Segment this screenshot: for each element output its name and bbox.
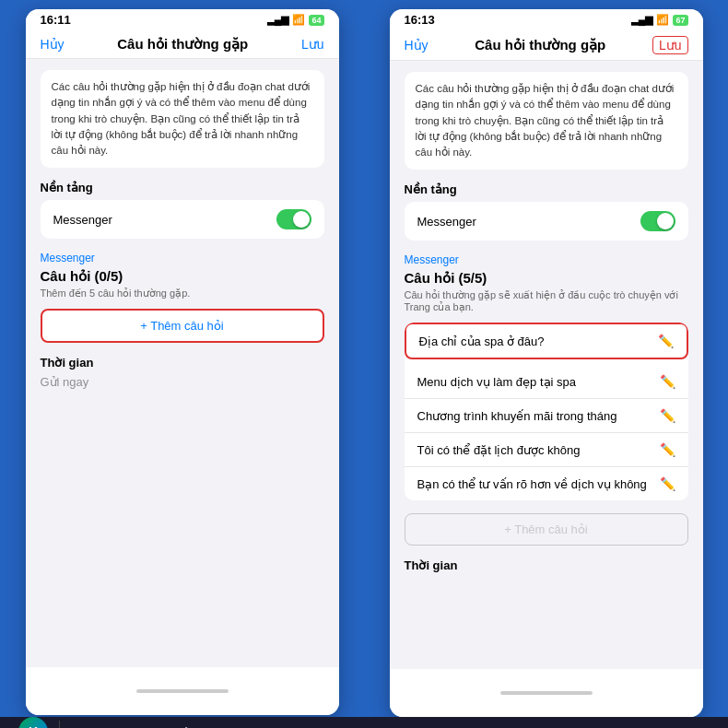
- left-question-sub: Thêm đến 5 câu hỏi thường gặp.: [41, 288, 324, 299]
- left-messenger-label: Messenger: [53, 213, 112, 227]
- left-status-bar: 16:11 ▂▄▆ 📶 64: [26, 9, 339, 30]
- right-edit-icon-1[interactable]: ✏️: [658, 334, 674, 348]
- right-question-text-4: Tôi có thể đặt lịch được không: [417, 443, 652, 457]
- right-cancel-button[interactable]: Hủy: [405, 38, 429, 53]
- left-save-button[interactable]: Lưu: [301, 37, 324, 52]
- right-description-text: Các câu hỏi thường gặp hiện thị ở đầu đo…: [416, 81, 677, 160]
- right-status-time: 16:13: [405, 13, 435, 27]
- right-home-indicator: [500, 691, 593, 695]
- left-time-section-label: Thời gian: [41, 356, 324, 370]
- left-platform-section-label: Nền tảng: [41, 181, 324, 194]
- right-status-bar: 16:13 ▂▄▆ 📶 67: [390, 9, 703, 30]
- right-description-box: Các câu hỏi thường gặp hiện thị ở đầu đo…: [405, 72, 688, 170]
- right-platform-messenger-label: Messenger: [405, 253, 688, 266]
- right-edit-icon-5[interactable]: ✏️: [660, 476, 675, 491]
- left-description-text: Các câu hỏi thường gặp hiện thị ở đầu đo…: [52, 79, 313, 159]
- left-status-time: 16:11: [41, 13, 71, 27]
- left-battery: 64: [309, 15, 323, 26]
- left-screen-body: Các câu hỏi thường gặp hiện thị ở đầu đo…: [26, 59, 339, 667]
- kiotviet-logo: K: [18, 717, 48, 728]
- right-question-text-5: Bạn có thể tư vấn rõ hơn về dịch vụ khôn…: [417, 477, 652, 491]
- right-edit-icon-3[interactable]: ✏️: [660, 408, 675, 423]
- left-cancel-button[interactable]: Hủy: [41, 37, 65, 52]
- right-question-item-4[interactable]: Tôi có thể đặt lịch được không ✏️: [405, 433, 688, 467]
- left-question-header: Câu hỏi (0/5): [41, 268, 324, 285]
- left-messenger-row: Messenger: [41, 200, 324, 239]
- left-toggle-knob: [293, 211, 310, 228]
- left-messenger-toggle[interactable]: [276, 209, 311, 229]
- footer-divider: [59, 721, 60, 728]
- right-question-text-2: Menu dịch vụ làm đẹp tại spa: [417, 375, 652, 389]
- kiotviet-footer: K KiotViet | Kinh nghiệm kinh doanh: [0, 717, 728, 728]
- right-question-header: Câu hỏi (5/5): [405, 270, 688, 287]
- right-nav-title: Câu hỏi thường gặp: [475, 37, 605, 53]
- right-messenger-label: Messenger: [417, 215, 476, 229]
- right-home-bar: [390, 669, 703, 717]
- left-platform-card: Messenger: [41, 200, 324, 239]
- left-status-icons: ▂▄▆ 📶 64: [267, 14, 324, 26]
- right-question-item-1[interactable]: Địa chỉ của spa ở đâu? ✏️: [405, 323, 688, 359]
- right-platform-section-label: Nền tảng: [405, 182, 688, 196]
- right-platform-card: Messenger: [405, 202, 688, 241]
- right-save-button[interactable]: Lưu: [652, 36, 688, 54]
- left-home-indicator: [136, 689, 229, 693]
- wifi-icon: 📶: [656, 14, 669, 26]
- left-platform-messenger-label: Messenger: [41, 252, 324, 264]
- left-home-bar: [26, 667, 339, 715]
- right-question-text-1: Địa chỉ của spa ở đâu?: [419, 335, 651, 348]
- right-toggle-knob: [657, 213, 674, 229]
- right-phone-screen: 16:13 ▂▄▆ 📶 67 Hủy Câu hỏi thường gặp Lư…: [390, 9, 703, 717]
- right-nav-bar: Hủy Câu hỏi thường gặp Lưu: [390, 30, 703, 61]
- left-nav-title: Câu hỏi thường gặp: [117, 36, 248, 53]
- left-add-question-button[interactable]: + Thêm câu hỏi: [41, 309, 324, 343]
- signal-icon: ▂▄▆: [631, 14, 653, 26]
- right-question-list: Địa chỉ của spa ở đâu? ✏️ Menu dịch vụ l…: [405, 323, 688, 500]
- signal-icon: ▂▄▆: [267, 14, 289, 26]
- right-question-item-5[interactable]: Bạn có thể tư vấn rõ hơn về dịch vụ khôn…: [405, 467, 688, 500]
- right-battery: 67: [673, 15, 687, 26]
- right-messenger-row: Messenger: [405, 202, 688, 241]
- right-edit-icon-2[interactable]: ✏️: [660, 374, 675, 389]
- right-edit-icon-4[interactable]: ✏️: [660, 442, 675, 457]
- left-time-value: Gửi ngay: [41, 375, 324, 389]
- left-nav-bar: Hủy Câu hỏi thường gặp Lưu: [26, 30, 339, 59]
- right-question-text-3: Chương trình khuyến mãi trong tháng: [417, 409, 652, 423]
- kiotviet-brand: KiotViet | Kinh nghiệm kinh doanh: [71, 725, 262, 729]
- right-screen-body: Các câu hỏi thường gặp hiện thị ở đầu đo…: [390, 61, 703, 669]
- left-description-box: Các câu hỏi thường gặp hiện thị ở đầu đo…: [41, 70, 324, 168]
- right-messenger-toggle[interactable]: [640, 211, 675, 231]
- right-question-item-3[interactable]: Chương trình khuyến mãi trong tháng ✏️: [405, 399, 688, 433]
- right-time-section-label: Thời gian: [405, 558, 688, 572]
- left-phone-screen: 16:11 ▂▄▆ 📶 64 Hủy Câu hỏi thường gặp Lư…: [26, 9, 339, 715]
- right-question-sub: Câu hỏi thường gặp sẽ xuất hiện ở đầu cu…: [405, 289, 688, 313]
- right-question-item-2[interactable]: Menu dịch vụ làm đẹp tại spa ✏️: [405, 365, 688, 399]
- wifi-icon: 📶: [292, 14, 305, 26]
- right-status-icons: ▂▄▆ 📶 67: [631, 14, 688, 26]
- right-add-question-button: + Thêm câu hỏi: [405, 513, 688, 546]
